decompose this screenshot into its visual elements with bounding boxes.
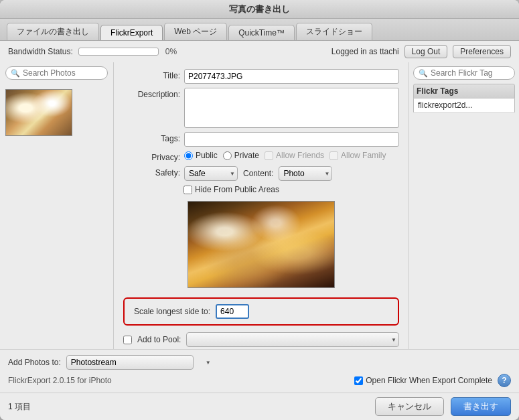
bandwidth-bar: Bandwidth Status: 0% Logged in as ttachi… <box>0 41 519 62</box>
cancel-button[interactable]: キャンセル <box>375 397 444 416</box>
safety-select[interactable]: Safe <box>184 166 238 181</box>
app-version: FlickrExport 2.0.15 for iPhoto <box>8 376 112 385</box>
tab-file-export[interactable]: ファイルの書き出し <box>7 23 99 40</box>
title-input[interactable] <box>184 69 399 84</box>
add-photos-select-wrapper[interactable]: Photostream <box>66 355 214 370</box>
flickr-tag-item[interactable]: flickrexport2d... <box>413 98 515 113</box>
left-panel: 🔍 <box>0 62 114 349</box>
logged-in-text: Logged in as ttachi <box>331 47 399 56</box>
export-button[interactable]: 書き出す <box>451 397 511 416</box>
privacy-private-label: Private <box>234 151 259 160</box>
main-area: 🔍 Title: Description: T <box>0 62 519 349</box>
allow-friends-label: Allow Friends <box>276 151 324 160</box>
privacy-label: Privacy: <box>123 151 180 162</box>
add-photos-select[interactable]: Photostream <box>66 355 194 370</box>
privacy-options: Public Private Allow Friends Allow Famil… <box>184 151 386 160</box>
hide-label: Hide From Public Areas <box>195 185 279 194</box>
title-bar: 写真の書き出し <box>0 0 519 19</box>
footer-info-row: FlickrExport 2.0.15 for iPhoto Open Flic… <box>8 374 511 387</box>
pool-select[interactable] <box>186 332 399 347</box>
preview-container <box>123 201 399 288</box>
flickr-search-input[interactable] <box>431 68 510 78</box>
privacy-public-radio[interactable] <box>184 151 193 160</box>
safety-row: Safety: Safe Content: Photo <box>123 166 399 181</box>
safety-label: Safety: <box>123 166 180 178</box>
privacy-public-option[interactable]: Public <box>184 151 218 160</box>
tags-row: Tags: <box>123 132 399 147</box>
allow-friends-checkbox[interactable] <box>265 151 273 160</box>
tags-label: Tags: <box>123 132 180 143</box>
scale-label: Scale longest side to: <box>134 307 210 316</box>
search-photos-box[interactable]: 🔍 <box>5 66 108 80</box>
content-label: Content: <box>243 169 273 178</box>
auth-area: Logged in as ttachi Log Out Preferences <box>331 45 511 58</box>
safety-select-wrapper[interactable]: Safe <box>184 166 238 181</box>
privacy-private-radio[interactable] <box>223 151 232 160</box>
tab-bar: ファイルの書き出し FlickrExport Web ページ QuickTime… <box>0 19 519 41</box>
tab-slideshow[interactable]: スライドショー <box>296 23 372 40</box>
center-panel: Title: Description: Tags: Privacy: Pub <box>114 62 409 349</box>
bandwidth-label: Bandwidth Status: <box>8 47 73 56</box>
allow-friends-option[interactable]: Allow Friends <box>265 151 324 160</box>
item-count: 1 項目 <box>8 401 31 413</box>
photo-list <box>0 84 113 349</box>
allow-family-option[interactable]: Allow Family <box>329 151 386 160</box>
tab-quicktime[interactable]: QuickTime™ <box>228 25 295 40</box>
description-label: Description: <box>123 88 180 99</box>
scale-input[interactable] <box>216 304 249 319</box>
search-photos-input[interactable] <box>23 68 102 78</box>
add-photos-label: Add Photos to: <box>8 358 61 367</box>
preview-image <box>188 201 335 288</box>
pool-select-wrapper[interactable] <box>186 332 399 347</box>
title-label: Title: <box>123 69 180 80</box>
final-row: 1 項目 キャンセル 書き出す <box>0 393 519 420</box>
flickr-search-icon: 🔍 <box>419 69 428 78</box>
search-icon: 🔍 <box>11 69 20 78</box>
preferences-button[interactable]: Preferences <box>453 45 511 58</box>
tab-web-page[interactable]: Web ページ <box>164 23 227 40</box>
flickr-tags-header: Flickr Tags <box>413 84 515 98</box>
open-flickr-checkbox[interactable] <box>354 376 363 385</box>
final-buttons: キャンセル 書き出す <box>375 397 511 416</box>
content-select[interactable]: Photo <box>279 166 332 181</box>
privacy-public-label: Public <box>196 151 218 160</box>
scale-row: Scale longest side to: <box>123 297 399 326</box>
content-select-wrapper[interactable]: Photo <box>279 166 332 181</box>
allow-family-checkbox[interactable] <box>329 151 338 160</box>
title-row: Title: <box>123 69 399 84</box>
privacy-private-option[interactable]: Private <box>223 151 259 160</box>
flickr-search-box[interactable]: 🔍 <box>413 66 515 80</box>
bandwidth-progress-bar <box>78 48 159 56</box>
bottom-bar: Add Photos to: Photostream FlickrExport … <box>0 349 519 393</box>
logout-button[interactable]: Log Out <box>404 45 448 58</box>
bandwidth-percent: 0% <box>165 47 177 56</box>
add-to-pool-checkbox[interactable] <box>123 336 132 344</box>
add-to-pool-label: Add to Pool: <box>137 335 181 344</box>
help-button[interactable]: ? <box>498 374 511 387</box>
privacy-row: Privacy: Public Private Allow Friends <box>123 151 399 162</box>
add-photos-row: Add Photos to: Photostream <box>8 355 511 370</box>
hide-checkbox-row: Hide From Public Areas <box>123 185 399 194</box>
safety-options: Safe Content: Photo <box>184 166 332 181</box>
tab-flickr-export[interactable]: FlickrExport <box>100 25 163 40</box>
window-title: 写真の書き出し <box>229 3 290 15</box>
hide-checkbox[interactable] <box>183 186 192 194</box>
add-pool-row: Add to Pool: <box>123 332 399 347</box>
description-input[interactable] <box>184 88 399 128</box>
footer-right: Open Flickr When Export Complete ? <box>354 374 511 387</box>
photo-thumbnail[interactable] <box>5 89 72 136</box>
description-row: Description: <box>123 88 399 128</box>
allow-family-label: Allow Family <box>341 151 386 160</box>
right-panel: 🔍 Flickr Tags flickrexport2d... <box>409 62 519 349</box>
tags-input[interactable] <box>184 132 399 147</box>
open-flickr-label: Open Flickr When Export Complete <box>366 376 492 385</box>
open-flickr-option[interactable]: Open Flickr When Export Complete <box>354 376 492 385</box>
